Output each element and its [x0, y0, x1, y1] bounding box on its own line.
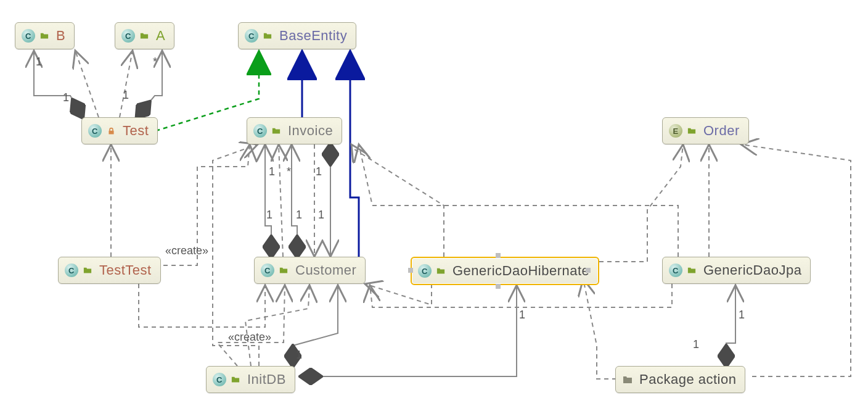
multiplicity-label: 1 — [296, 209, 302, 222]
class-node-baseentity[interactable]: C BaseEntity — [238, 22, 356, 49]
multiplicity-label: 1 — [269, 165, 275, 178]
class-name: GenericDaoHibernate — [452, 263, 589, 279]
class-name: TestTest — [99, 262, 152, 278]
stereotype-label: «create» — [228, 331, 271, 344]
class-node-b[interactable]: C B — [15, 22, 75, 49]
package-icon — [262, 30, 273, 41]
lock-icon — [105, 125, 117, 136]
class-badge-icon: C — [669, 264, 682, 277]
class-node-a[interactable]: C A — [115, 22, 174, 49]
package-icon — [435, 265, 446, 276]
multiplicity-label: 1 — [296, 349, 302, 362]
multiplicity-label: 1 — [316, 165, 322, 178]
multiplicity-label: 1 — [63, 91, 69, 104]
uml-canvas[interactable]: C B C A C BaseEntity C Test C Invoice E … — [0, 0, 868, 411]
package-name: Package action — [639, 372, 736, 388]
package-icon — [278, 265, 289, 276]
package-icon — [139, 30, 150, 41]
class-badge-icon: C — [88, 124, 102, 138]
stereotype-label: «create» — [165, 244, 208, 257]
package-node-action[interactable]: Package action — [615, 366, 745, 393]
class-name: InitDB — [247, 372, 286, 388]
enum-badge-icon: E — [669, 124, 682, 138]
multiplicity-label: 1 — [123, 89, 129, 102]
folder-icon — [622, 374, 633, 385]
connector-layer — [0, 0, 868, 411]
class-node-customer[interactable]: C Customer — [254, 257, 366, 284]
package-icon — [686, 125, 697, 136]
class-node-invoice[interactable]: C Invoice — [247, 117, 342, 144]
package-icon — [230, 374, 241, 385]
class-name: Invoice — [288, 123, 333, 139]
class-name: Test — [123, 123, 149, 139]
enum-name: Order — [703, 123, 740, 139]
multiplicity-label: 1 — [693, 338, 699, 351]
selection-handle[interactable] — [408, 268, 413, 273]
class-name: Customer — [295, 262, 356, 278]
multiplicity-label: 1 — [739, 309, 745, 322]
class-name: B — [56, 28, 65, 44]
class-name: A — [156, 28, 165, 44]
enum-node-order[interactable]: E Order — [662, 117, 749, 144]
class-badge-icon: C — [418, 264, 432, 278]
class-badge-icon: C — [253, 124, 267, 138]
class-badge-icon: C — [213, 373, 226, 386]
class-badge-icon: C — [22, 29, 35, 43]
package-icon — [82, 265, 93, 276]
class-badge-icon: C — [65, 264, 78, 277]
class-name: GenericDaoJpa — [703, 262, 801, 278]
selection-handle[interactable] — [496, 284, 501, 289]
package-icon — [686, 265, 697, 276]
multiplicity-label: * — [153, 56, 157, 68]
package-icon — [271, 125, 282, 136]
multiplicity-label: 1 — [266, 209, 272, 222]
class-node-genericdaojpa[interactable]: C GenericDaoJpa — [662, 257, 811, 284]
class-badge-icon: C — [245, 29, 258, 43]
class-badge-icon: C — [121, 29, 135, 43]
multiplicity-label: 1 — [318, 209, 324, 222]
class-node-genericdaohibernate[interactable]: C GenericDaoHibernate — [411, 257, 599, 285]
class-node-testtest[interactable]: C TestTest — [58, 257, 161, 284]
multiplicity-label: * — [287, 165, 291, 178]
class-name: BaseEntity — [279, 28, 347, 44]
selection-handle[interactable] — [586, 268, 591, 273]
multiplicity-label: 1 — [519, 309, 525, 322]
multiplicity-label: 1 — [36, 56, 42, 68]
selection-handle[interactable] — [496, 253, 501, 258]
class-node-initdb[interactable]: C InitDB — [206, 366, 295, 393]
class-badge-icon: C — [261, 264, 274, 277]
package-icon — [39, 30, 50, 41]
class-node-test[interactable]: C Test — [81, 117, 158, 144]
